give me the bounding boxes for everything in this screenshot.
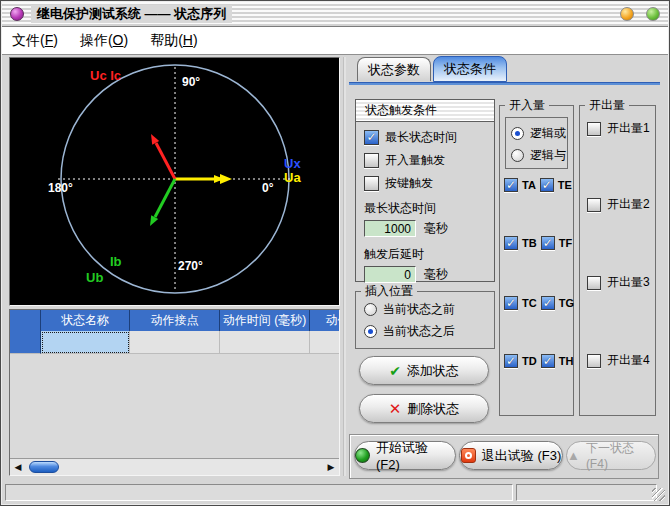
radio-logic-or[interactable] bbox=[511, 127, 524, 140]
checkbox-key-trigger[interactable]: ✓ bbox=[364, 176, 379, 191]
trigger-delay-unit: 毫秒 bbox=[424, 266, 448, 283]
app-window: 继电保护测试系统 —— 状态序列 文件(F) 操作(O) 帮助(H) Uc Ic bbox=[0, 0, 670, 506]
horizontal-scrollbar[interactable]: ◀ ▶ bbox=[10, 458, 339, 475]
checkbox-row-key-trigger[interactable]: ✓ 按键触发 bbox=[364, 175, 494, 191]
output-row-2: ✓ 开出量2 bbox=[587, 196, 650, 213]
radio-row-logic-and[interactable]: 逻辑与 bbox=[511, 147, 567, 163]
checkbox-output-4[interactable]: ✓ bbox=[587, 354, 601, 368]
logic-box: 逻辑或 逻辑与 bbox=[505, 117, 568, 169]
checkbox-ta[interactable]: ✓ bbox=[504, 178, 518, 192]
table-row bbox=[10, 331, 339, 354]
scroll-left-icon[interactable]: ◀ bbox=[10, 459, 26, 475]
checkbox-td[interactable]: ✓ bbox=[504, 354, 518, 368]
cell-action-state[interactable] bbox=[310, 331, 340, 354]
trigger-conditions-title: 状态触发条件 bbox=[356, 100, 494, 122]
insert-position-group: 插入位置 当前状态之前 当前状态之后 bbox=[355, 291, 495, 349]
tab-state-conditions[interactable]: 状态条件 bbox=[433, 56, 507, 82]
checkbox-row-max-state-time[interactable]: ✓ 最长状态时间 bbox=[364, 129, 494, 145]
check-icon: ✓ bbox=[542, 179, 552, 191]
scroll-right-icon[interactable]: ▶ bbox=[323, 459, 339, 475]
scrollbar-track[interactable] bbox=[26, 459, 323, 475]
vector-ub-arrowhead bbox=[150, 215, 158, 226]
checkbox-th[interactable]: ✓ bbox=[541, 354, 555, 368]
scrollbar-thumb[interactable] bbox=[29, 461, 59, 473]
label-ib: Ib bbox=[110, 254, 122, 269]
insert-position-legend: 插入位置 bbox=[361, 283, 417, 300]
channel-row-ta-te: ✓ TA ✓ TE bbox=[504, 178, 572, 192]
check-icon: ✓ bbox=[506, 179, 516, 191]
table-header-action-contact: 动作接点 bbox=[130, 310, 220, 331]
radio-logic-and[interactable] bbox=[511, 149, 524, 162]
table-header-action-time: 动作时间 (毫秒) bbox=[220, 310, 310, 331]
label-ua: Ua bbox=[284, 170, 301, 185]
check-icon: ✓ bbox=[506, 355, 516, 367]
vector-uc-ic bbox=[156, 143, 175, 179]
start-test-button[interactable]: 开始试验 (F2) bbox=[354, 441, 456, 470]
checkbox-tb[interactable]: ✓ bbox=[504, 236, 518, 250]
delete-state-button[interactable]: ✕ 删除状态 bbox=[359, 394, 489, 423]
output-row-3: ✓ 开出量3 bbox=[587, 274, 650, 291]
checkbox-input-trigger[interactable]: ✓ bbox=[364, 153, 379, 168]
table-header-state-name: 状态名称 bbox=[41, 310, 130, 331]
label-90deg: 90° bbox=[182, 75, 200, 89]
checkbox-output-3[interactable]: ✓ bbox=[587, 276, 601, 290]
tab-pane-top-border bbox=[349, 82, 660, 85]
start-icon bbox=[355, 448, 370, 463]
resize-grip[interactable] bbox=[652, 488, 665, 501]
cell-action-contact[interactable] bbox=[130, 331, 220, 354]
check-icon: ✓ bbox=[543, 355, 553, 367]
minimize-button[interactable] bbox=[620, 7, 634, 21]
tab-state-params[interactable]: 状态参数 bbox=[357, 57, 431, 81]
checkbox-tf[interactable]: ✓ bbox=[541, 236, 555, 250]
cell-action-time[interactable] bbox=[220, 331, 310, 354]
menu-file[interactable]: 文件(F) bbox=[12, 32, 58, 50]
add-state-button[interactable]: ✔ 添加状态 bbox=[359, 356, 489, 385]
label-180deg: 180° bbox=[48, 181, 73, 195]
add-check-icon: ✔ bbox=[389, 364, 401, 378]
radio-after-current[interactable] bbox=[364, 325, 377, 338]
radio-row-after-current[interactable]: 当前状态之后 bbox=[364, 323, 494, 339]
status-panel-left bbox=[5, 484, 513, 501]
menu-bar: 文件(F) 操作(O) 帮助(H) bbox=[2, 27, 668, 55]
check-icon: ✓ bbox=[543, 237, 553, 249]
input-quantity-legend: 开入量 bbox=[505, 97, 549, 114]
checkbox-tg[interactable]: ✓ bbox=[541, 296, 555, 310]
trigger-delay-input[interactable]: 0 bbox=[364, 266, 416, 283]
channel-row-td-th: ✓ TD ✓ TH bbox=[504, 354, 573, 368]
next-state-button: ▲ 下一状态 (F4) bbox=[566, 441, 656, 470]
checkbox-row-input-trigger[interactable]: ✓ 开入量触发 bbox=[364, 152, 494, 168]
vector-ub-ib bbox=[155, 179, 175, 217]
trigger-conditions-box: 状态触发条件 ✓ 最长状态时间 ✓ 开入量触发 ✓ 按键触发 最长状态时间 10… bbox=[355, 99, 495, 282]
trigger-delay-label: 触发后延时 bbox=[364, 246, 494, 263]
phasor-svg: Uc Ic 90° 180° 0° 270° Ux Ua Ib Ub bbox=[10, 58, 339, 305]
checkbox-output-1[interactable]: ✓ bbox=[587, 122, 601, 136]
radio-before-current[interactable] bbox=[364, 303, 377, 316]
output-row-1: ✓ 开出量1 bbox=[587, 120, 650, 137]
max-state-time-unit: 毫秒 bbox=[424, 220, 448, 237]
input-quantity-group: 开入量 逻辑或 逻辑与 ✓ TA ✓ TE ✓ TB ✓ TF ✓ TC bbox=[499, 105, 574, 416]
channel-row-tb-tf: ✓ TB ✓ TF bbox=[504, 236, 572, 250]
check-icon: ✓ bbox=[506, 297, 516, 309]
checkbox-output-2[interactable]: ✓ bbox=[587, 198, 601, 212]
menu-operate[interactable]: 操作(O) bbox=[80, 32, 128, 50]
max-state-time-input[interactable]: 1000 bbox=[364, 220, 416, 237]
label-270deg: 270° bbox=[178, 259, 203, 273]
quit-test-button[interactable]: 退出试验 (F3) bbox=[459, 441, 563, 470]
table-header-row: 状态名称 动作接点 动作时间 (毫秒) 动作状态 bbox=[10, 310, 339, 331]
menu-help[interactable]: 帮助(H) bbox=[150, 32, 197, 50]
output-row-4: ✓ 开出量4 bbox=[587, 352, 650, 369]
radio-row-before-current[interactable]: 当前状态之前 bbox=[364, 301, 494, 317]
next-state-icon: ▲ bbox=[567, 449, 580, 462]
row-selector-cell[interactable] bbox=[10, 331, 41, 354]
phasor-diagram: Uc Ic 90° 180° 0° 270° Ux Ua Ib Ub bbox=[9, 57, 340, 306]
checkbox-te[interactable]: ✓ bbox=[540, 178, 554, 192]
delete-x-icon: ✕ bbox=[389, 401, 402, 416]
checkbox-max-state-time[interactable]: ✓ bbox=[364, 130, 379, 145]
cell-state-name[interactable] bbox=[41, 331, 130, 354]
checkbox-tc[interactable]: ✓ bbox=[504, 296, 518, 310]
close-button[interactable] bbox=[646, 7, 660, 21]
label-ux: Ux bbox=[284, 156, 301, 171]
state-table: 状态名称 动作接点 动作时间 (毫秒) 动作状态 ◀ ▶ bbox=[9, 309, 340, 476]
radio-row-logic-or[interactable]: 逻辑或 bbox=[511, 125, 567, 141]
title-bar: 继电保护测试系统 —— 状态序列 bbox=[2, 2, 668, 27]
